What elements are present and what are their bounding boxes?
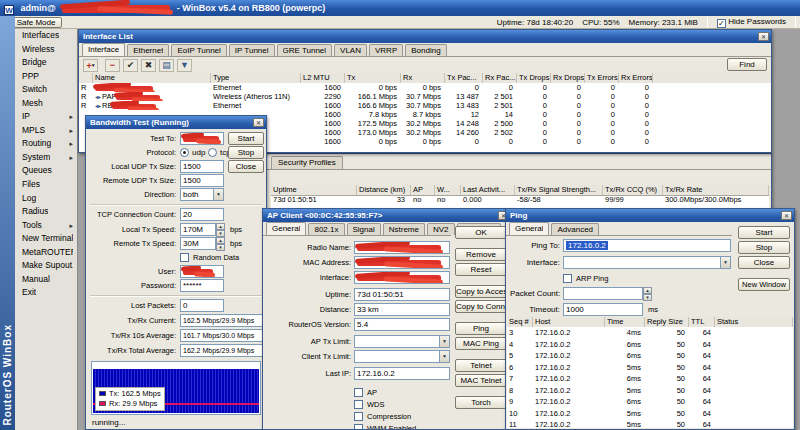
- wmm-enabled-checkbox[interactable]: [354, 424, 363, 430]
- sidebar-item[interactable]: Make Supout.rif: [15, 259, 77, 273]
- password-input[interactable]: ******: [180, 279, 224, 292]
- tab[interactable]: VRRP: [369, 44, 403, 56]
- stepper-icon[interactable]: ▴▾: [643, 287, 652, 300]
- tab[interactable]: IP Tunnel: [229, 44, 275, 56]
- column-header[interactable]: Name: [93, 73, 211, 83]
- tab-security-profiles[interactable]: Security Profiles: [271, 156, 343, 169]
- tcp-connection-count-input[interactable]: 20: [180, 208, 224, 221]
- tab[interactable]: EoIP Tunnel: [171, 44, 226, 56]
- close-icon[interactable]: ✕: [758, 32, 769, 41]
- column-header[interactable]: Rx Pac...: [483, 73, 517, 83]
- tab[interactable]: General: [266, 222, 306, 235]
- sidebar-item[interactable]: Bridge: [15, 56, 77, 70]
- bandwidth-test-titlebar[interactable]: Bandwidth Test (Running)✕: [86, 116, 266, 129]
- stepper-icon[interactable]: ▴▾: [216, 223, 225, 236]
- tab[interactable]: Signal: [347, 223, 381, 235]
- column-header[interactable]: L2 MTU: [301, 73, 345, 83]
- disable-button[interactable]: ✖: [141, 59, 156, 72]
- sidebar-item[interactable]: Mesh: [15, 97, 77, 111]
- udp-radio[interactable]: [180, 148, 189, 157]
- ping-to-input[interactable]: 172.16.0.2: [563, 239, 731, 252]
- sidebar-item[interactable]: System▸: [15, 151, 77, 165]
- column-header[interactable]: Tx/Rx CCQ (%): [603, 185, 663, 195]
- sidebar-item[interactable]: Log: [15, 192, 77, 206]
- start-button[interactable]: Start: [738, 226, 790, 239]
- comment-button[interactable]: ▤: [159, 59, 174, 72]
- column-header[interactable]: Distance (km): [357, 185, 411, 195]
- registration-row[interactable]: 73d 01:50:51 33 no no 0.000 -58/-58 99/9…: [271, 195, 769, 205]
- column-header[interactable]: Status: [715, 317, 793, 327]
- interface-row[interactable]: R◂▸RBEthernet1600166.6 Mbps30.7 Mbps13 4…: [79, 101, 771, 110]
- reset-button[interactable]: Reset: [455, 263, 507, 276]
- packet-count-input[interactable]: [563, 287, 643, 300]
- filter-icon[interactable]: ▼: [177, 59, 192, 72]
- sidebar-item[interactable]: Interfaces: [15, 29, 77, 43]
- test-to-input[interactable]: [180, 132, 224, 145]
- column-header[interactable]: Seq #: [507, 317, 533, 327]
- tab[interactable]: VLAN: [334, 44, 367, 56]
- copy-to-access-list-button[interactable]: Copy to Access List: [455, 285, 507, 298]
- tab[interactable]: Interface: [82, 43, 125, 56]
- tab[interactable]: Ethernet: [127, 44, 169, 56]
- sidebar-item[interactable]: Manual: [15, 273, 77, 287]
- sidebar-item[interactable]: Routing▸: [15, 137, 77, 151]
- wds-checkbox[interactable]: [354, 400, 363, 409]
- mac-ping-button[interactable]: MAC Ping: [455, 337, 507, 350]
- chevron-down-icon[interactable]: ▼: [720, 257, 730, 268]
- remote-tx-speed-input[interactable]: 30M: [180, 237, 216, 250]
- sidebar-item[interactable]: Queues: [15, 164, 77, 178]
- tab[interactable]: NV2: [427, 223, 455, 235]
- sidebar-item[interactable]: PPP: [15, 70, 77, 84]
- sidebar-item[interactable]: MPLS▸: [15, 124, 77, 138]
- column-header[interactable]: Tx/Rx Rate: [663, 185, 769, 195]
- chevron-down-icon[interactable]: ▼: [439, 336, 449, 347]
- user-input[interactable]: [180, 265, 224, 278]
- ping-titlebar[interactable]: Ping✕: [506, 209, 794, 222]
- tab[interactable]: Nstreme: [383, 223, 425, 235]
- ping-result-row[interactable]: 10172.16.0.25ms5064: [507, 408, 793, 420]
- remove-button[interactable]: Remove: [455, 248, 507, 261]
- direction-select[interactable]: both▼: [180, 188, 224, 201]
- column-header[interactable]: Rx Errors: [619, 73, 653, 83]
- local-tx-speed-input[interactable]: 170M: [180, 223, 216, 236]
- hide-passwords-option[interactable]: ✓ Hide Passwords: [717, 17, 786, 28]
- column-header[interactable]: W...: [435, 185, 461, 195]
- column-header[interactable]: Tx/Rx Signal Strength...: [515, 185, 603, 195]
- tab[interactable]: GRE Tunnel: [277, 44, 333, 56]
- ap-tx-limit-input[interactable]: ▼: [354, 335, 450, 348]
- column-header[interactable]: Type: [211, 73, 301, 83]
- tab[interactable]: Advanced: [551, 223, 599, 235]
- chevron-down-icon[interactable]: ▼: [213, 189, 223, 200]
- remote-udp-tx-size-input[interactable]: 1500: [180, 174, 224, 187]
- ping-result-row[interactable]: 4172.16.0.26ms5064: [507, 339, 793, 351]
- ping-result-row[interactable]: 3172.16.0.24ms5064: [507, 327, 793, 339]
- local-udp-tx-size-input[interactable]: 1500: [180, 160, 224, 173]
- close-button[interactable]: Close: [228, 160, 264, 173]
- column-header[interactable]: Last Activit...: [461, 185, 515, 195]
- sidebar-item[interactable]: Wireless: [15, 43, 77, 57]
- ping-result-row[interactable]: 5172.16.0.26ms5064: [507, 350, 793, 362]
- sidebar-item[interactable]: Tools▸: [15, 219, 77, 233]
- client-tx-limit-input[interactable]: ▼: [354, 350, 450, 363]
- interface-row[interactable]: R◂▸PAPWireless (Atheros 11N)2290166.1 Mb…: [79, 92, 771, 101]
- sidebar-item[interactable]: Exit: [15, 286, 77, 300]
- column-header[interactable]: Reply Size: [645, 317, 689, 327]
- column-header[interactable]: Tx Pac...: [445, 73, 483, 83]
- ping-result-row[interactable]: 7172.16.0.26ms5064: [507, 373, 793, 385]
- sidebar-item[interactable]: IP▸: [15, 110, 77, 124]
- close-icon[interactable]: ✕: [253, 118, 264, 127]
- copy-to-connect-list-button[interactable]: Copy to Connect List: [455, 300, 507, 313]
- sidebar-item[interactable]: Switch: [15, 83, 77, 97]
- ping-button[interactable]: Ping: [455, 322, 507, 335]
- stop-button[interactable]: Stop: [228, 146, 264, 159]
- start-button[interactable]: Start: [228, 132, 264, 145]
- torch-button[interactable]: Torch: [455, 396, 507, 409]
- close-button[interactable]: Close: [738, 256, 790, 269]
- interface-list-titlebar[interactable]: Interface List✕: [79, 30, 771, 43]
- interface-row[interactable]: REthernet16000 bps0 bps000000: [79, 83, 771, 92]
- stepper-icon[interactable]: ▴▾: [216, 237, 225, 250]
- hide-passwords-checkbox[interactable]: ✓: [717, 19, 726, 28]
- ping-result-row[interactable]: 6172.16.0.25ms5064: [507, 362, 793, 374]
- add-button[interactable]: +▾: [83, 59, 98, 72]
- column-header[interactable]: Rx: [401, 73, 445, 83]
